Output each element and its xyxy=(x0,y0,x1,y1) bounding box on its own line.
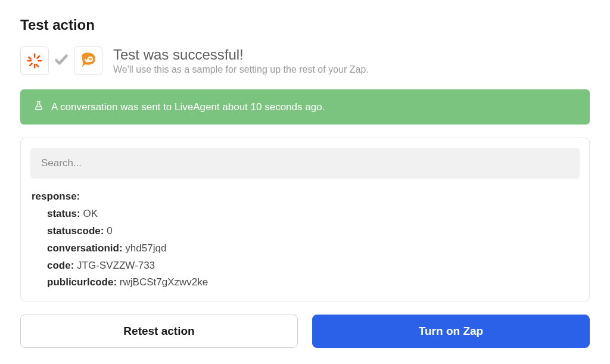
success-row: Test was successful! We'll use this as a… xyxy=(20,46,590,75)
kv-val-conversationid: yhd57jqd xyxy=(125,242,166,254)
svg-rect-2 xyxy=(27,60,32,62)
liveagent-icon xyxy=(74,46,102,75)
svg-rect-5 xyxy=(35,63,39,67)
notice-text: A conversation was sent to LiveAgent abo… xyxy=(51,101,325,113)
response-label: response: xyxy=(32,191,80,202)
svg-rect-7 xyxy=(29,63,33,67)
notice-bar: A conversation was sent to LiveAgent abo… xyxy=(20,89,590,125)
kv-val-status: OK xyxy=(83,208,98,219)
flask-icon xyxy=(33,100,44,114)
kv-key-code: code: xyxy=(47,260,74,271)
app-icon-chain xyxy=(20,46,102,75)
svg-rect-6 xyxy=(36,55,41,59)
success-text-block: Test was successful! We'll use this as a… xyxy=(113,46,369,75)
svg-rect-3 xyxy=(38,60,42,62)
search-input[interactable] xyxy=(30,148,580,179)
turn-on-zap-button[interactable]: Turn on Zap xyxy=(312,315,590,348)
retest-button[interactable]: Retest action xyxy=(20,315,298,348)
page-title: Test action xyxy=(20,17,590,33)
svg-rect-4 xyxy=(27,56,32,60)
kv-key-status: status: xyxy=(47,208,80,219)
response-block: response: status: OK statuscode: 0 conve… xyxy=(30,188,580,291)
success-title: Test was successful! xyxy=(113,46,369,63)
svg-rect-0 xyxy=(34,54,36,58)
svg-rect-1 xyxy=(34,64,36,69)
button-row: Retest action Turn on Zap xyxy=(20,315,590,348)
kv-key-conversationid: conversationid: xyxy=(47,242,123,254)
check-icon xyxy=(54,52,69,70)
kv-val-statuscode: 0 xyxy=(107,225,112,237)
results-panel: response: status: OK statuscode: 0 conve… xyxy=(20,138,590,301)
kv-val-publicurlcode: rwjBCSt7gXzwv2ke xyxy=(120,276,208,288)
kv-key-publicurlcode: publicurlcode: xyxy=(47,276,117,288)
zapier-icon xyxy=(20,46,49,75)
kv-key-statuscode: statuscode: xyxy=(47,225,104,237)
kv-val-code: JTG-SVZZW-733 xyxy=(77,260,155,271)
success-subtitle: We'll use this as a sample for setting u… xyxy=(113,64,369,75)
